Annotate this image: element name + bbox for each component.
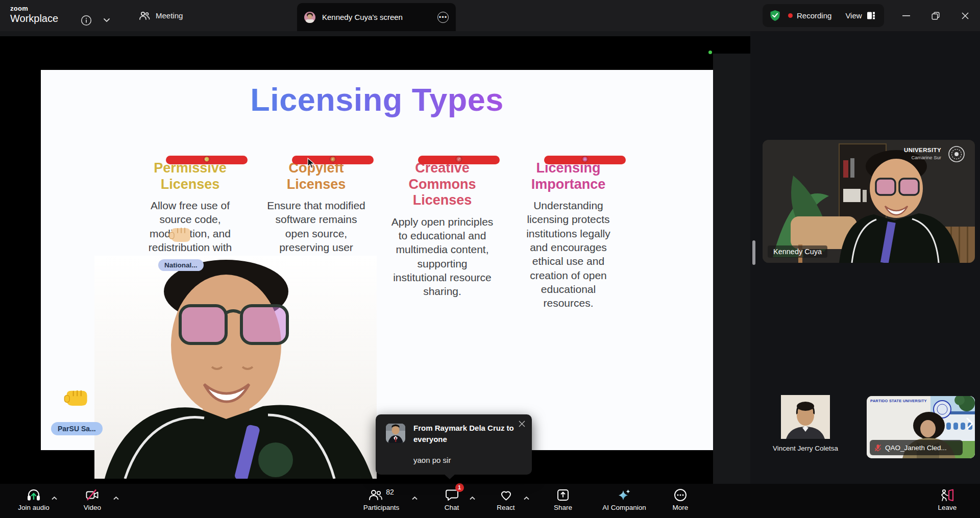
- slide-column-licensing-importance: Licensing Importance Understanding licen…: [516, 159, 621, 310]
- slide-column-copyleft: Copyleft Licenses Ensure that modified s…: [264, 159, 369, 268]
- slide-title: Licensing Types: [41, 81, 713, 118]
- video-banner-line1: UNIVERSITY: [904, 147, 941, 153]
- participants-count: 82: [386, 488, 394, 496]
- recording-label: Recording: [797, 11, 831, 20]
- participants-icon: 82: [369, 487, 394, 503]
- hand-icon: [166, 156, 248, 164]
- leave-door-icon: [940, 487, 955, 503]
- more-button[interactable]: More: [647, 487, 714, 511]
- ai-sparkle-icon: [617, 487, 631, 503]
- chat-label: Chat: [445, 504, 459, 511]
- leave-label: Leave: [938, 504, 957, 511]
- share-status-dot-icon: [708, 51, 712, 54]
- recording-indicator: Recording View: [763, 4, 884, 27]
- share-screen-icon: [556, 487, 570, 503]
- video-banner-text: PARTIDO STATE UNIVERSITY: [870, 399, 927, 403]
- logo-workplace: Workplace: [10, 13, 58, 24]
- screen-share-stage: Licensing Types Permissive Licenses Allo…: [0, 31, 750, 484]
- column-header: Copyleft Licenses: [264, 160, 369, 192]
- heart-icon: [499, 487, 513, 503]
- window-restore-button[interactable]: [928, 8, 943, 23]
- reaction-name-pill: National...: [158, 259, 204, 271]
- window-minimize-button[interactable]: [898, 8, 914, 23]
- tab-options-ellipsis-icon[interactable]: •••: [437, 12, 449, 23]
- column-header: Permissive Licenses: [138, 160, 242, 192]
- tab-meeting[interactable]: Meeting: [132, 0, 190, 31]
- chat-popup-title: From Raymark Dela Cruz to everyone: [413, 423, 522, 445]
- share-letterbox: [0, 36, 750, 54]
- meeting-toolbar: Join audio Video 82 Participants 1 Chat: [0, 484, 980, 518]
- share-button[interactable]: Share: [530, 487, 596, 511]
- zoom-workplace-logo: zoom Workplace: [10, 5, 58, 24]
- video-label: Video: [84, 504, 101, 511]
- scales-icon: [544, 156, 626, 164]
- next-participants-chevron-icon[interactable]: [966, 417, 974, 432]
- recording-dot-icon: [788, 13, 793, 18]
- tab-meeting-label: Meeting: [156, 11, 183, 20]
- video-caret-icon[interactable]: [113, 493, 119, 502]
- meeting-info-icon[interactable]: [80, 14, 93, 27]
- participants-label: Participants: [363, 504, 400, 511]
- react-label: React: [497, 504, 514, 511]
- participants-video-sidebar: UNIVERSITY Camarine Sur Kennedy Cuya Vin…: [750, 31, 980, 484]
- chat-popup-message: yaon po sir: [413, 456, 451, 464]
- participants-caret-icon[interactable]: [411, 493, 418, 502]
- chat-bubble-icon: 1: [445, 487, 459, 503]
- participant-name-label: QAO_Janeth Cled...: [885, 444, 947, 452]
- avatar: [781, 432, 830, 440]
- presenter-webcam-video[interactable]: [94, 256, 377, 479]
- column-header: Creative Commons Licenses: [390, 160, 495, 209]
- mic-muted-icon: [874, 444, 881, 452]
- participant-name-label: Vincent Jerry Coletsa: [760, 445, 851, 452]
- slide-column-permissive: Permissive Licenses Allow free use of so…: [138, 159, 242, 268]
- close-icon[interactable]: [517, 419, 526, 428]
- lightbulb-icon: [418, 156, 500, 164]
- video-frame: [763, 140, 975, 263]
- reaction-name-pill: ParSU Sa...: [51, 422, 103, 435]
- video-tile-qao-janeth[interactable]: PARTIDO STATE UNIVERSITY QAO_Janeth Cled…: [867, 396, 975, 458]
- more-label: More: [673, 504, 689, 511]
- fist-reaction-icon: [63, 385, 88, 408]
- fist-reaction-icon: [168, 223, 191, 244]
- share-label: Share: [554, 504, 572, 511]
- tab-kennedy-cuyas-screen[interactable]: Kennedy Cuya's screen •••: [297, 3, 456, 31]
- target-icon: [292, 156, 374, 164]
- video-tile-vincent[interactable]: Vincent Jerry Coletsa: [760, 395, 851, 452]
- avatar: [386, 424, 405, 443]
- slide-column-creative-commons: Creative Commons Licenses Apply open pri…: [390, 159, 495, 299]
- video-tile-kennedy-cuya[interactable]: UNIVERSITY Camarine Sur Kennedy Cuya: [763, 140, 975, 263]
- window-tab-bar: zoom Workplace Meeting Kennedy Cuya's sc…: [0, 0, 980, 31]
- chat-notification-popup[interactable]: From Raymark Dela Cruz to everyone yaon …: [376, 414, 532, 475]
- react-caret-icon[interactable]: [523, 493, 530, 502]
- view-button[interactable]: View: [845, 11, 862, 20]
- participants-button[interactable]: 82 Participants: [348, 487, 414, 511]
- join-audio-caret-icon[interactable]: [51, 493, 58, 502]
- column-header: Licensing Importance: [516, 160, 621, 192]
- chat-unread-badge: 1: [455, 483, 464, 492]
- tab-active-label: Kennedy Cuya's screen: [322, 13, 437, 21]
- video-off-icon: [85, 487, 100, 503]
- participant-name-bar: QAO_Janeth Cled...: [870, 440, 963, 455]
- window-close-button[interactable]: [958, 8, 973, 23]
- logo-zoom: zoom: [10, 5, 58, 12]
- chevron-down-icon[interactable]: [102, 16, 111, 23]
- video-banner-line2: Camarine Sur: [911, 155, 941, 160]
- presenter-portrait: [94, 256, 377, 479]
- join-audio-label: Join audio: [18, 504, 50, 511]
- chat-popup-pointer: [444, 474, 455, 479]
- ellipsis-icon: [674, 487, 687, 503]
- headphones-icon: [27, 487, 41, 503]
- university-seal-icon: [947, 145, 966, 165]
- ai-companion-label: AI Companion: [602, 504, 646, 511]
- participant-name-label: Kennedy Cuya: [768, 245, 827, 258]
- people-icon: [139, 11, 150, 20]
- view-layout-icon[interactable]: [867, 11, 875, 20]
- leave-button[interactable]: Leave: [914, 487, 980, 511]
- mouse-cursor-icon: [307, 158, 315, 171]
- avatar: [304, 12, 315, 23]
- column-body: Understanding licensing protects institu…: [516, 199, 621, 310]
- column-body: Apply open principles to educational and…: [390, 215, 495, 299]
- security-shield-icon[interactable]: [770, 10, 780, 21]
- sidebar-scrollbar[interactable]: [752, 240, 755, 265]
